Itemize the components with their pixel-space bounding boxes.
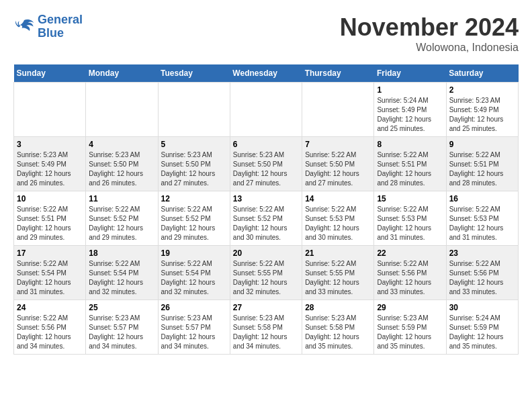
weekday-header: Friday [374,64,446,83]
day-number: 29 [377,303,443,312]
calendar-week-row: 1Sunrise: 5:24 AM Sunset: 5:49 PM Daylig… [14,83,519,137]
calendar-cell: 18Sunrise: 5:22 AM Sunset: 5:54 PM Dayli… [86,246,158,300]
day-info: Sunrise: 5:22 AM Sunset: 5:54 PM Dayligh… [17,259,83,297]
day-info: Sunrise: 5:22 AM Sunset: 5:55 PM Dayligh… [233,259,299,297]
day-number: 14 [305,194,371,203]
calendar-cell: 5Sunrise: 5:23 AM Sunset: 5:50 PM Daylig… [158,137,230,191]
calendar-week-row: 10Sunrise: 5:22 AM Sunset: 5:51 PM Dayli… [14,191,519,246]
calendar-cell: 3Sunrise: 5:23 AM Sunset: 5:49 PM Daylig… [14,137,86,191]
calendar-cell: 20Sunrise: 5:22 AM Sunset: 5:55 PM Dayli… [230,246,302,300]
day-info: Sunrise: 5:23 AM Sunset: 5:50 PM Dayligh… [161,150,227,188]
calendar-cell: 28Sunrise: 5:23 AM Sunset: 5:58 PM Dayli… [302,300,374,355]
day-number: 18 [89,248,154,258]
calendar-cell: 13Sunrise: 5:22 AM Sunset: 5:52 PM Dayli… [230,191,302,246]
calendar-table: SundayMondayTuesdayWednesdayThursdayFrid… [13,64,519,355]
calendar-cell: 7Sunrise: 5:22 AM Sunset: 5:50 PM Daylig… [302,137,374,191]
logo-text: General Blue [38,13,83,40]
day-info: Sunrise: 5:23 AM Sunset: 5:49 PM Dayligh… [449,96,515,134]
day-info: Sunrise: 5:23 AM Sunset: 5:58 PM Dayligh… [233,314,299,351]
day-info: Sunrise: 5:22 AM Sunset: 5:54 PM Dayligh… [89,259,154,297]
weekday-header-row: SundayMondayTuesdayWednesdayThursdayFrid… [14,64,519,83]
day-number: 25 [89,303,154,312]
day-info: Sunrise: 5:23 AM Sunset: 5:50 PM Dayligh… [89,150,154,188]
calendar-cell: 19Sunrise: 5:22 AM Sunset: 5:54 PM Dayli… [158,246,230,300]
day-number: 5 [161,140,227,149]
calendar-cell: 27Sunrise: 5:23 AM Sunset: 5:58 PM Dayli… [230,300,302,355]
day-number: 22 [377,248,443,258]
logo: General Blue [13,13,83,40]
weekday-header: Thursday [302,64,374,83]
calendar-week-row: 3Sunrise: 5:23 AM Sunset: 5:49 PM Daylig… [14,137,519,191]
day-info: Sunrise: 5:22 AM Sunset: 5:56 PM Dayligh… [377,259,443,297]
calendar-cell: 22Sunrise: 5:22 AM Sunset: 5:56 PM Dayli… [374,246,446,300]
day-info: Sunrise: 5:22 AM Sunset: 5:56 PM Dayligh… [449,259,515,297]
day-number: 13 [233,194,299,203]
day-info: Sunrise: 5:23 AM Sunset: 5:59 PM Dayligh… [377,314,443,351]
day-number: 28 [305,303,371,312]
day-number: 27 [233,303,299,312]
logo-icon [13,17,35,36]
day-number: 17 [17,248,83,258]
calendar-cell: 14Sunrise: 5:22 AM Sunset: 5:53 PM Dayli… [302,191,374,246]
calendar-cell: 21Sunrise: 5:22 AM Sunset: 5:55 PM Dayli… [302,246,374,300]
day-info: Sunrise: 5:22 AM Sunset: 5:51 PM Dayligh… [17,205,83,242]
weekday-header: Monday [86,64,158,83]
day-number: 23 [449,248,515,258]
weekday-header: Wednesday [230,64,302,83]
day-info: Sunrise: 5:22 AM Sunset: 5:51 PM Dayligh… [377,150,443,188]
day-number: 24 [17,303,83,312]
calendar-cell: 4Sunrise: 5:23 AM Sunset: 5:50 PM Daylig… [86,137,158,191]
day-info: Sunrise: 5:22 AM Sunset: 5:52 PM Dayligh… [233,205,299,242]
weekday-header: Saturday [446,64,518,83]
day-info: Sunrise: 5:23 AM Sunset: 5:57 PM Dayligh… [161,314,227,351]
day-info: Sunrise: 5:22 AM Sunset: 5:52 PM Dayligh… [161,205,227,242]
day-info: Sunrise: 5:22 AM Sunset: 5:50 PM Dayligh… [305,150,371,188]
day-number: 16 [449,194,515,203]
calendar-cell [86,83,158,137]
day-number: 6 [233,140,299,149]
calendar-cell: 30Sunrise: 5:24 AM Sunset: 5:59 PM Dayli… [446,300,518,355]
calendar-cell: 2Sunrise: 5:23 AM Sunset: 5:49 PM Daylig… [446,83,518,137]
day-number: 10 [17,194,83,203]
calendar-cell [14,83,86,137]
calendar-cell [302,83,374,137]
calendar-cell: 23Sunrise: 5:22 AM Sunset: 5:56 PM Dayli… [446,246,518,300]
day-number: 30 [449,303,515,312]
calendar-cell: 25Sunrise: 5:23 AM Sunset: 5:57 PM Dayli… [86,300,158,355]
day-number: 21 [305,248,371,258]
calendar-cell: 9Sunrise: 5:22 AM Sunset: 5:51 PM Daylig… [446,137,518,191]
day-info: Sunrise: 5:22 AM Sunset: 5:53 PM Dayligh… [449,205,515,242]
calendar-cell: 15Sunrise: 5:22 AM Sunset: 5:53 PM Dayli… [374,191,446,246]
day-info: Sunrise: 5:22 AM Sunset: 5:53 PM Dayligh… [377,205,443,242]
calendar-cell: 29Sunrise: 5:23 AM Sunset: 5:59 PM Dayli… [374,300,446,355]
day-info: Sunrise: 5:22 AM Sunset: 5:55 PM Dayligh… [305,259,371,297]
location: Wolowona, Indonesia [340,42,519,54]
weekday-header: Tuesday [158,64,230,83]
calendar-cell: 24Sunrise: 5:22 AM Sunset: 5:56 PM Dayli… [14,300,86,355]
day-info: Sunrise: 5:23 AM Sunset: 5:57 PM Dayligh… [89,314,154,351]
calendar-cell [230,83,302,137]
day-info: Sunrise: 5:24 AM Sunset: 5:49 PM Dayligh… [377,96,443,134]
calendar-cell: 16Sunrise: 5:22 AM Sunset: 5:53 PM Dayli… [446,191,518,246]
calendar-cell: 6Sunrise: 5:23 AM Sunset: 5:50 PM Daylig… [230,137,302,191]
day-number: 3 [17,140,83,149]
day-info: Sunrise: 5:23 AM Sunset: 5:50 PM Dayligh… [233,150,299,188]
day-number: 20 [233,248,299,258]
calendar-cell: 17Sunrise: 5:22 AM Sunset: 5:54 PM Dayli… [14,246,86,300]
day-number: 2 [449,85,515,95]
calendar-cell: 12Sunrise: 5:22 AM Sunset: 5:52 PM Dayli… [158,191,230,246]
day-info: Sunrise: 5:24 AM Sunset: 5:59 PM Dayligh… [449,314,515,351]
day-info: Sunrise: 5:23 AM Sunset: 5:58 PM Dayligh… [305,314,371,351]
calendar-week-row: 17Sunrise: 5:22 AM Sunset: 5:54 PM Dayli… [14,246,519,300]
title-block: November 2024 Wolowona, Indonesia [340,13,519,54]
calendar-cell: 10Sunrise: 5:22 AM Sunset: 5:51 PM Dayli… [14,191,86,246]
page-header: General Blue November 2024 Wolowona, Ind… [13,13,519,54]
day-number: 15 [377,194,443,203]
calendar-week-row: 24Sunrise: 5:22 AM Sunset: 5:56 PM Dayli… [14,300,519,355]
day-number: 12 [161,194,227,203]
calendar-cell: 11Sunrise: 5:22 AM Sunset: 5:52 PM Dayli… [86,191,158,246]
day-info: Sunrise: 5:22 AM Sunset: 5:51 PM Dayligh… [449,150,515,188]
day-info: Sunrise: 5:22 AM Sunset: 5:52 PM Dayligh… [89,205,154,242]
day-number: 19 [161,248,227,258]
day-number: 9 [449,140,515,149]
